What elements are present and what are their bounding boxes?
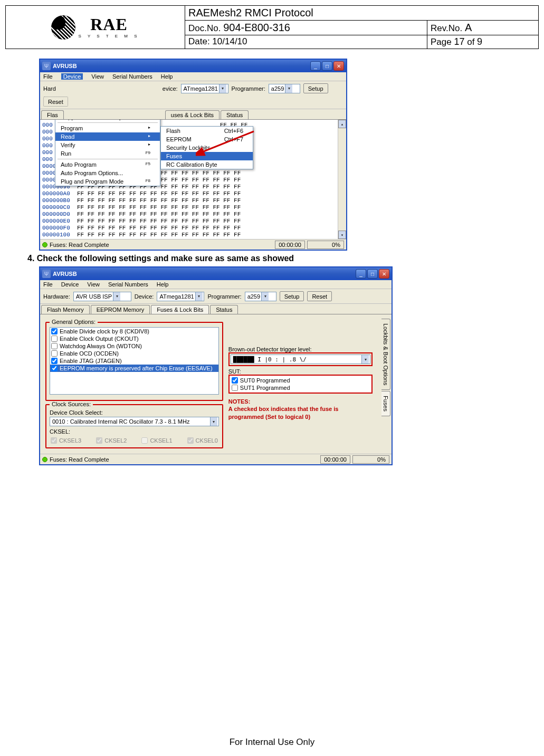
app-icon: Ψ	[42, 270, 51, 278]
scroll-up-button[interactable]: ▴	[338, 120, 346, 128]
cksel-checkbox: CKSEL3	[50, 437, 82, 444]
close-button[interactable]: ✕	[379, 269, 389, 279]
status-time: 00:00:00	[320, 455, 350, 464]
programmer-value: a259	[271, 85, 284, 92]
device-dropdown[interactable]: ATmega1281▾	[157, 292, 204, 301]
read-submenu: FlashCtrl+F6EEPROMCtrl+F7Security Lockbi…	[160, 126, 253, 169]
menu-device[interactable]: Device	[61, 73, 83, 80]
option-checkbox[interactable]: Enable Divide clock by 8 (CKDIV8)	[50, 328, 218, 335]
statusbar: Fuses: Read Complete 00:00:00 0%	[40, 454, 392, 464]
reset-button[interactable]: Reset	[307, 291, 332, 301]
option-checkbox[interactable]: Enable Clock Output (CKOUT)	[50, 335, 218, 342]
menu-view[interactable]: View	[87, 281, 100, 288]
menu-serial[interactable]: Serial Numbers	[108, 281, 148, 288]
option-label: Enable Clock Output (CKOUT)	[60, 336, 139, 342]
menubar: File Device View Serial Numbers Help	[40, 280, 392, 289]
hardware-dropdown[interactable]: AVR USB ISP▾	[73, 292, 131, 301]
cksel-label: CKSEL:	[50, 428, 219, 435]
general-options-title: General Options:	[50, 319, 98, 325]
submenu-item[interactable]: EEPROMCtrl+F7	[161, 135, 253, 143]
menu-item[interactable]: Verify▸	[55, 141, 160, 149]
sut0-checkbox[interactable]: SUT0 Programmed	[231, 377, 370, 384]
rev-label: Rev.No.	[431, 23, 465, 33]
scroll-track[interactable]	[338, 128, 346, 231]
menu-help[interactable]: Help	[157, 281, 169, 288]
menu-item[interactable]: Plug and Program ModeF8	[55, 177, 160, 186]
programmer-dropdown[interactable]: a259▾	[269, 84, 300, 93]
menu-help[interactable]: Help	[161, 73, 173, 80]
logo-subbrand: S Y S T E M S	[79, 34, 140, 39]
page-label: Page	[431, 37, 454, 47]
setup-button[interactable]: Setup	[303, 83, 328, 93]
logo-disc-icon	[51, 15, 75, 40]
menu-item[interactable]: Auto ProgramF5	[55, 160, 160, 169]
clock-sources-group: Clock Sources: Device Clock Select: 0010…	[45, 404, 223, 448]
status-percent: 0%	[352, 455, 389, 464]
menu-item[interactable]: Program▸	[55, 124, 160, 132]
close-button[interactable]: ✕	[333, 61, 344, 71]
vertical-tabs: Lockbits & Boot Options Fuses	[381, 319, 390, 417]
scroll-down-button[interactable]: ▾	[338, 231, 346, 239]
menu-device[interactable]: Device	[61, 281, 79, 288]
hardware-label: Hard	[43, 85, 56, 92]
menu-file[interactable]: File	[43, 281, 53, 288]
device-dropdown[interactable]: ATmega1281▾	[181, 84, 228, 93]
menu-item[interactable]: Auto Program Options...	[55, 169, 160, 177]
menu-item[interactable]: RunF9	[55, 149, 160, 158]
chevron-down-icon: ▾	[210, 417, 217, 426]
menu-item[interactable]: Copy RC Calibration Byte	[55, 120, 160, 121]
menu-serial[interactable]: Serial Numbers	[112, 73, 152, 80]
minimize-button[interactable]: _	[356, 269, 366, 279]
status-text: Fuses: Read Complete	[50, 456, 320, 463]
tab-eeprom[interactable]: EEPROM Memory	[91, 305, 150, 314]
bod-dropdown[interactable]: ██████ I |0 : | .8 \/▾	[231, 355, 370, 364]
submenu-item[interactable]: Security Lockbits	[161, 143, 253, 152]
sut1-checkbox[interactable]: SUT1 Programmed	[231, 384, 370, 391]
option-label: Enable JTAG (JTAGEN)	[60, 358, 122, 364]
option-label: Enable Divide clock by 8 (CKDIV8)	[60, 328, 149, 334]
clock-value: 0010 : Calibrated Internal RC Oscillator…	[52, 418, 209, 425]
tab-status[interactable]: Status	[221, 110, 249, 119]
tab-fuses[interactable]: Fuses & Lock Bits	[151, 305, 209, 314]
tab-fuses[interactable]: uses & Lock Bits	[165, 110, 219, 119]
vtab-fuses[interactable]: Fuses	[381, 391, 390, 416]
option-checkbox[interactable]: Enable OCD (OCDEN)	[50, 350, 218, 357]
menu-item[interactable]: Read▸	[55, 132, 160, 141]
sut1-label: SUT1 Programmed	[240, 385, 290, 391]
notes-title: NOTES:	[228, 398, 373, 405]
step-4-text: 4. Check the following settings and make…	[27, 254, 539, 263]
minimize-button[interactable]: _	[310, 61, 321, 71]
tab-flash[interactable]: Flas	[41, 110, 64, 119]
document-header: RAE S Y S T E M S RAEMesh2 RMCI Protocol…	[5, 5, 539, 49]
option-checkbox[interactable]: Watchdog Always On (WDTON)	[50, 342, 218, 350]
programmer-dropdown[interactable]: a259▾	[245, 292, 276, 301]
submenu-item[interactable]: Fuses	[161, 152, 253, 160]
maximize-button[interactable]: □	[322, 61, 332, 71]
scrollbar[interactable]: ▴ ▾	[338, 120, 346, 239]
sut-label: SUT:	[228, 368, 373, 375]
cksel-label: CKSEL2	[104, 437, 127, 444]
option-checkbox[interactable]: Enable JTAG (JTAGEN)	[50, 357, 218, 365]
window-title: AVRUSB	[53, 271, 77, 277]
vtab-lockbits[interactable]: Lockbits & Boot Options	[381, 319, 390, 390]
titlebar[interactable]: Ψ AVRUSB _ □ ✕	[40, 60, 346, 72]
avrusb-window-2: Ψ AVRUSB _ □ ✕ File Device View Serial N…	[39, 266, 393, 465]
menu-file[interactable]: File	[43, 73, 53, 80]
device-value: ATmega1281	[184, 85, 218, 92]
titlebar[interactable]: Ψ AVRUSB _ □ ✕	[40, 267, 392, 280]
option-checkbox[interactable]: EEPROM memory is preserved after Chip Er…	[50, 365, 218, 372]
menu-separator	[58, 159, 158, 159]
tab-flash[interactable]: Flash Memory	[41, 305, 90, 314]
maximize-button[interactable]: □	[367, 269, 378, 279]
submenu-item[interactable]: FlashCtrl+F6	[161, 127, 253, 135]
tab-status[interactable]: Status	[210, 305, 238, 314]
rev-number: Rev.No. A	[427, 21, 538, 35]
status-led-icon	[42, 242, 47, 247]
hex-row: 000000B0 FF FF FF FF FF FF FF FF FF FF F…	[42, 197, 344, 204]
menu-view[interactable]: View	[91, 73, 104, 80]
reset-button[interactable]: Reset	[43, 97, 68, 107]
doc-no-value: 904-E800-316	[223, 22, 290, 33]
clock-select-dropdown[interactable]: 0010 : Calibrated Internal RC Oscillator…	[50, 417, 219, 426]
setup-button[interactable]: Setup	[280, 291, 304, 301]
submenu-item[interactable]: RC Calibration Byte	[161, 160, 253, 169]
